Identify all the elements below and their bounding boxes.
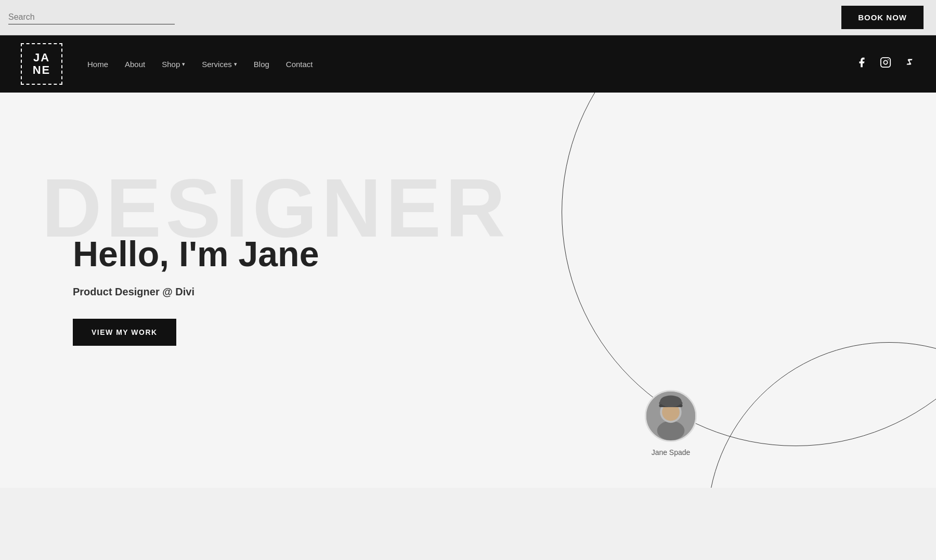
- hero-section: DESIGNER Hello, I'm Jane Product Designe…: [0, 93, 936, 488]
- logo[interactable]: JANE: [21, 43, 62, 85]
- nav-item-blog[interactable]: Blog: [254, 60, 269, 69]
- nav-social: [856, 57, 915, 71]
- logo-text: JANE: [33, 51, 51, 76]
- nav-bar: JANE Home About Shop ▾ Services ▾ Blog C…: [0, 35, 936, 93]
- facebook-icon[interactable]: [856, 57, 867, 71]
- circle-decoration-2: [707, 342, 936, 488]
- top-bar: BOOK NOW: [0, 0, 936, 35]
- svg-point-2: [888, 59, 889, 60]
- circle-outline-2: [707, 342, 936, 488]
- nav-links: Home About Shop ▾ Services ▾ Blog Contac…: [87, 60, 313, 69]
- view-work-button[interactable]: VIEW MY WORK: [73, 319, 176, 346]
- svg-rect-0: [881, 58, 890, 67]
- avatar-image: [646, 390, 695, 442]
- nav-item-shop[interactable]: Shop ▾: [162, 60, 185, 69]
- deviantart-icon[interactable]: [904, 57, 915, 71]
- nav-link-home[interactable]: Home: [87, 60, 108, 69]
- hero-heading: Hello, I'm Jane: [73, 235, 319, 274]
- nav-link-shop[interactable]: Shop ▾: [162, 60, 185, 69]
- instagram-icon[interactable]: [880, 57, 891, 71]
- nav-item-about[interactable]: About: [125, 60, 145, 69]
- svg-point-1: [883, 60, 887, 64]
- hero-subtitle: Product Designer @ Divi: [73, 286, 319, 298]
- nav-left: JANE Home About Shop ▾ Services ▾ Blog C…: [21, 43, 313, 85]
- search-input[interactable]: [8, 10, 175, 24]
- nav-item-contact[interactable]: Contact: [286, 60, 313, 69]
- nav-link-about[interactable]: About: [125, 60, 145, 69]
- nav-item-home[interactable]: Home: [87, 60, 108, 69]
- avatar-container: Jane Spade: [645, 390, 697, 457]
- chevron-down-icon: ▾: [182, 61, 185, 68]
- search-container: [8, 10, 175, 24]
- chevron-down-icon: ▾: [234, 61, 237, 68]
- avatar-name: Jane Spade: [652, 448, 691, 457]
- nav-item-services[interactable]: Services ▾: [202, 60, 237, 69]
- nav-link-contact[interactable]: Contact: [286, 60, 313, 69]
- nav-link-blog[interactable]: Blog: [254, 60, 269, 69]
- svg-point-11: [660, 396, 681, 408]
- book-now-button[interactable]: BOOK NOW: [841, 6, 924, 29]
- avatar: [645, 390, 697, 442]
- svg-point-6: [657, 421, 685, 440]
- nav-link-services[interactable]: Services ▾: [202, 60, 237, 69]
- hero-content: Hello, I'm Jane Product Designer @ Divi …: [0, 193, 319, 387]
